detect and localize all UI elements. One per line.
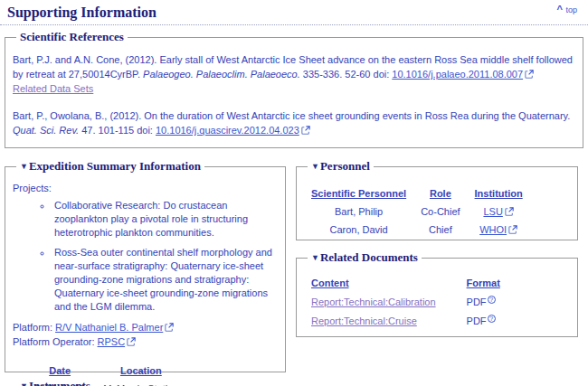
reference-text: Bart, P., Owolana, B., (2012). On the du… [13, 110, 570, 121]
personnel-name: Caron, David [304, 221, 413, 239]
related-documents-table: Content Format Report:Technical:Calibrat… [306, 274, 506, 330]
platform-operator-label: Platform Operator: [13, 336, 94, 347]
external-link-icon [165, 323, 174, 332]
page-header: Supporting Information ^ top [0, 0, 588, 25]
scientific-references-legend: Scientific References [16, 30, 128, 44]
personnel-legend[interactable]: ▼Personnel [308, 159, 374, 174]
expedition-summary-legend[interactable]: ▼Expedition Summary Information [16, 159, 204, 174]
doi-link-text: 10.1016/j.palaeo.2011.08.007 [392, 69, 523, 80]
related-data-sets-text: Related Data Sets [13, 83, 93, 94]
journal-name: Quat. Sci. Rev. [13, 125, 79, 136]
platform-label: Platform: [13, 322, 52, 333]
external-link-icon [508, 225, 517, 234]
projects-label: Projects: [13, 183, 278, 193]
related-documents-section: ▼Related Documents Content Format Report… [296, 250, 578, 337]
doi-link[interactable]: 10.1016/j.quascirev.2012.04.023 [156, 125, 299, 136]
table-row: Report:Technical:Calibration PDF? [306, 292, 506, 311]
document-format-cell: PDF? [441, 292, 506, 311]
table-row: Bart, Philip Co-Chief LSU [304, 202, 530, 221]
reference-item: Bart, P.J. and A.N. Cone, (2012). Early … [13, 52, 575, 96]
caret-up-icon: ^ [557, 4, 564, 14]
institution-link-text: WHOI [479, 224, 507, 235]
personnel-col-header: Scientific Personnel [304, 184, 413, 202]
personnel-role: Co-Chief [413, 202, 467, 221]
external-link-icon [301, 126, 310, 135]
institution-cell: LSU [468, 202, 530, 221]
project-item: Collaborative Research: Do crustacean zo… [52, 199, 278, 240]
collapse-triangle-icon: ▼ [311, 253, 319, 262]
expedition-summary-section: ▼Expedition Summary Information Projects… [5, 159, 286, 372]
related-documents-legend[interactable]: ▼Related Documents [308, 250, 422, 265]
legend-text: Related Documents [320, 250, 418, 264]
legend-text: Instruments [29, 379, 90, 386]
platform-link-text: R/V Nathaniel B. Palmer [55, 322, 163, 333]
collapse-triangle-icon: ▼ [20, 381, 28, 386]
document-link-text: Report:Technical:Cruise [311, 315, 417, 326]
format-help-icon[interactable]: ? [488, 315, 496, 323]
page: Supporting Information ^ top Scientific … [0, 0, 588, 386]
document-link-text: Report:Technical:Calibration [311, 297, 436, 307]
documents-col-header: Format [441, 274, 506, 292]
platform-row: Platform: R/V Nathaniel B. Palmer [13, 320, 278, 334]
back-to-top-link[interactable]: ^ top [557, 4, 577, 14]
document-link[interactable]: Report:Technical:Cruise [311, 315, 417, 326]
platform-link[interactable]: R/V Nathaniel B. Palmer [55, 322, 163, 333]
instruments-legend[interactable]: ▼Instruments [16, 379, 94, 386]
legend-text: Expedition Summary Information [29, 159, 201, 173]
external-link-icon [505, 207, 514, 216]
journal-name: Palaeogeo. Palaeoclim. Palaeoeco. [143, 69, 300, 80]
top-link-label: top [565, 5, 577, 14]
external-link-icon [127, 337, 136, 346]
platform-operator-link[interactable]: RPSC [98, 336, 126, 347]
institution-cell: WHOI [468, 221, 530, 239]
projects-list: Collaborative Research: Do crustacean zo… [13, 199, 278, 314]
personnel-col-header: Institution [468, 184, 530, 202]
table-row: Caron, David Chief WHOI [304, 221, 530, 239]
personnel-table: Scientific Personnel Role Institution Ba… [304, 184, 530, 239]
legend-text: Personnel [320, 159, 370, 173]
collapse-triangle-icon: ▼ [20, 162, 28, 171]
personnel-col-header: Role [413, 184, 467, 202]
scientific-references-section: Scientific References Bart, P.J. and A.N… [5, 30, 583, 148]
institution-link[interactable]: LSU [483, 206, 502, 217]
external-link-icon [525, 70, 534, 79]
institution-link-text: LSU [483, 206, 502, 217]
platform-operator-link-text: RPSC [98, 336, 126, 347]
related-data-sets-link[interactable]: Related Data Sets [13, 83, 93, 94]
documents-col-header: Content [306, 274, 441, 292]
document-format-cell: PDF? [441, 311, 506, 330]
platform-operator-row: Platform Operator: RPSC [13, 334, 278, 349]
format-label: PDF [467, 297, 487, 307]
personnel-section: ▼Personnel Scientific Personnel Role Ins… [296, 159, 578, 240]
institution-link[interactable]: WHOI [479, 224, 507, 235]
reference-text: 335-336. 52-60 doi: [300, 69, 393, 80]
dates-col-header: Date [25, 362, 94, 380]
dates-col-header: Location [94, 362, 187, 380]
personnel-role: Chief [413, 221, 467, 239]
reference-item: Bart, P., Owolana, B., (2012). On the du… [13, 108, 575, 137]
instruments-section: ▼Instruments [5, 379, 286, 386]
table-row: Report:Technical:Cruise PDF? [306, 311, 506, 330]
document-content-cell: Report:Technical:Cruise [306, 311, 441, 330]
project-item: Ross-Sea outer continental shelf morphol… [52, 246, 278, 314]
personnel-name: Bart, Philip [304, 202, 413, 221]
document-content-cell: Report:Technical:Calibration [306, 292, 441, 311]
format-help-icon[interactable]: ? [488, 296, 496, 304]
page-title: Supporting Information [7, 5, 156, 21]
collapse-triangle-icon: ▼ [311, 162, 319, 171]
doi-link[interactable]: 10.1016/j.palaeo.2011.08.007 [392, 69, 523, 80]
document-link[interactable]: Report:Technical:Calibration [311, 297, 436, 307]
reference-text: 47. 101-115 doi: [79, 125, 156, 136]
format-label: PDF [467, 315, 487, 326]
doi-link-text: 10.1016/j.quascirev.2012.04.023 [156, 125, 299, 136]
legend-text: Scientific References [20, 30, 124, 43]
